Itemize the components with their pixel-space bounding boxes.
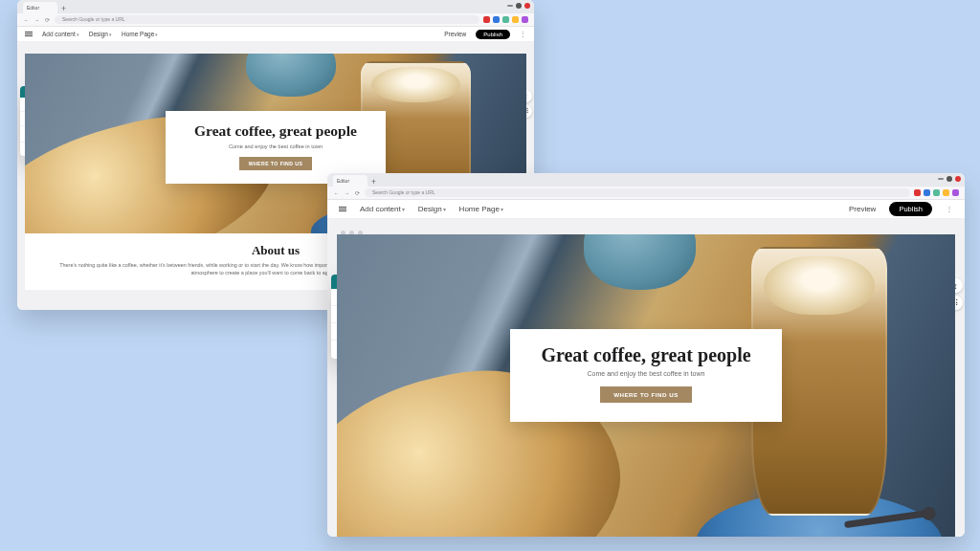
browser-tabstrip: Editor +: [17, 0, 534, 13]
window-controls: [938, 176, 961, 182]
back-icon[interactable]: ←: [333, 190, 340, 196]
browser-window-full: Editor + ← → ⟳ Search Google or type a U…: [327, 173, 965, 537]
extension-icons: [483, 16, 528, 23]
extension-icon[interactable]: [924, 189, 930, 196]
editor-appbar: Add content▾ Design▾ Home Page▾ Preview …: [17, 27, 534, 42]
chevron-down-icon: ▾: [77, 32, 79, 37]
hero-subtitle: Come and enjoy the best coffee in town: [179, 143, 373, 149]
publish-button[interactable]: Publish: [476, 30, 510, 39]
design-menu[interactable]: Design▾: [418, 205, 446, 213]
close-icon[interactable]: [524, 3, 530, 9]
add-content-menu[interactable]: Add content▾: [42, 31, 79, 37]
preview-button[interactable]: Preview: [849, 205, 876, 213]
chevron-down-icon: ▾: [109, 32, 112, 37]
extension-icons: [914, 189, 959, 196]
reload-icon[interactable]: ⟳: [44, 17, 51, 23]
page-selector[interactable]: Home Page▾: [459, 205, 503, 213]
reload-icon[interactable]: ⟳: [354, 190, 361, 196]
hero-image-foam: [371, 67, 460, 101]
chevron-down-icon: ▾: [402, 206, 405, 212]
hero-subtitle: Come and enjoy the best coffee in town: [531, 370, 761, 377]
hero-image-mug: [246, 54, 336, 97]
address-placeholder: Search Google or type a URL: [62, 16, 125, 22]
editor-canvas: ↕ ⠿ Cancel Done Small Medium Large Full✓…: [327, 219, 965, 537]
window-controls: [507, 3, 530, 9]
design-menu[interactable]: Design▾: [89, 31, 112, 37]
address-placeholder: Search Google or type a URL: [372, 189, 435, 195]
chevron-down-icon: ▾: [443, 206, 446, 212]
menu-icon[interactable]: [339, 207, 346, 211]
extension-icon[interactable]: [522, 16, 528, 23]
maximize-icon[interactable]: [516, 3, 522, 9]
hero-title: Great coffee, great people: [531, 344, 761, 366]
new-tab-button[interactable]: +: [59, 5, 68, 13]
hero-card[interactable]: Great coffee, great people Come and enjo…: [510, 329, 782, 422]
menu-label: Add content: [360, 205, 401, 213]
publish-button[interactable]: Publish: [889, 202, 932, 216]
browser-tab-title: Editor: [337, 178, 349, 184]
preview-button[interactable]: Preview: [444, 31, 466, 37]
browser-tabstrip: Editor +: [327, 173, 965, 187]
address-input[interactable]: Search Google or type a URL: [365, 188, 910, 197]
forward-icon[interactable]: →: [344, 190, 350, 196]
extension-icon[interactable]: [512, 16, 519, 23]
extension-icon[interactable]: [493, 16, 500, 23]
more-icon[interactable]: ⋮: [520, 31, 526, 38]
minimize-icon[interactable]: [938, 178, 944, 180]
hero-image-mug: [584, 234, 695, 290]
browser-tab-title: Editor: [27, 5, 39, 11]
extension-icon[interactable]: [483, 16, 490, 23]
browser-tab[interactable]: Editor: [23, 2, 57, 13]
extension-icon[interactable]: [502, 16, 509, 23]
address-input[interactable]: Search Google or type a URL: [55, 15, 479, 24]
menu-label: Home Page: [122, 31, 154, 37]
browser-urlbar: ← → ⟳ Search Google or type a URL: [327, 187, 965, 200]
back-icon[interactable]: ←: [23, 17, 30, 23]
new-tab-button[interactable]: +: [369, 178, 378, 187]
add-content-menu[interactable]: Add content▾: [360, 205, 405, 213]
hero-title: Great coffee, great people: [179, 122, 373, 140]
extension-icon[interactable]: [914, 189, 921, 196]
hero-image-foam: [764, 256, 875, 315]
menu-label: Home Page: [459, 205, 500, 213]
close-icon[interactable]: [955, 176, 961, 182]
forward-icon[interactable]: →: [33, 17, 40, 23]
minimize-icon[interactable]: [507, 5, 513, 7]
more-icon[interactable]: ⋮: [946, 205, 953, 213]
menu-label: Add content: [42, 31, 76, 37]
maximize-icon[interactable]: [947, 176, 952, 182]
hero-cta-button[interactable]: WHERE TO FIND US: [239, 157, 313, 170]
extension-icon[interactable]: [952, 189, 959, 196]
menu-icon[interactable]: [25, 32, 33, 36]
extension-icon[interactable]: [933, 189, 940, 196]
hero-section[interactable]: Great coffee, great people Come and enjo…: [337, 234, 955, 537]
editor-appbar: Add content▾ Design▾ Home Page▾ Preview …: [327, 200, 965, 219]
chevron-down-icon: ▾: [501, 206, 503, 212]
menu-label: Design: [89, 31, 108, 37]
extension-icon[interactable]: [943, 189, 949, 196]
chevron-down-icon: ▾: [155, 32, 158, 37]
menu-label: Design: [418, 205, 442, 213]
browser-urlbar: ← → ⟳ Search Google or type a URL: [17, 13, 534, 27]
browser-tab[interactable]: Editor: [333, 175, 368, 187]
page-selector[interactable]: Home Page▾: [122, 31, 158, 37]
hero-cta-button[interactable]: WHERE TO FIND US: [600, 386, 692, 403]
